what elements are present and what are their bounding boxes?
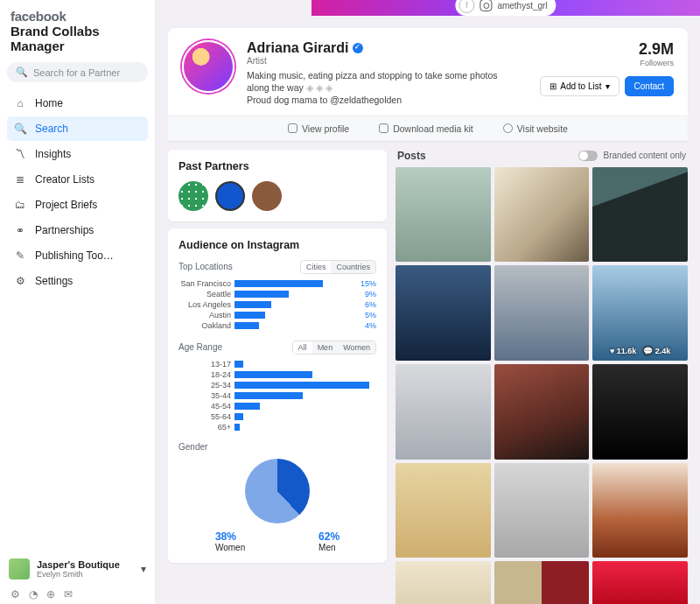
nav-settings[interactable]: ⚙Settings: [7, 269, 148, 293]
profile-bio: Making music, eating pizza and stopping …: [247, 69, 498, 107]
search-icon: 🔍: [14, 123, 26, 135]
nav-creator-lists[interactable]: ≣Creator Lists: [7, 167, 148, 192]
facebook-icon: f: [458, 0, 474, 13]
likes-count: ♥ 11.6k: [610, 347, 636, 355]
partner-logo[interactable]: [252, 181, 282, 211]
list-add-icon: ⊞: [550, 81, 556, 91]
posts-column: Posts Branded content only ♥ 11.6k: [396, 150, 688, 604]
partner-logo[interactable]: [215, 181, 245, 211]
followers-label: Followers: [639, 59, 674, 67]
tab-countries[interactable]: Countries: [331, 261, 375, 273]
visit-website-link[interactable]: Visit website: [503, 123, 568, 134]
tab-all[interactable]: All: [293, 341, 312, 354]
gender-women: 38%Women: [215, 530, 245, 552]
post-tile[interactable]: [494, 463, 590, 558]
home-icon: ⌂: [14, 97, 26, 109]
nav-label: Creator Lists: [35, 173, 94, 186]
bar-row: Seattle 9%: [178, 290, 376, 298]
gender-pct: 62%: [318, 530, 340, 543]
bar-row: San Francisco 15%: [178, 279, 376, 288]
briefcase-icon: 🗂: [14, 199, 26, 211]
post-tile[interactable]: [396, 561, 491, 604]
bio-text: Proud dog mama to @zeldathegolden: [247, 95, 402, 105]
bar-label: 35-44: [178, 391, 234, 400]
bar-pct: 5%: [365, 311, 376, 320]
nav-search[interactable]: 🔍Search: [7, 116, 148, 141]
comments-count: 💬 2.4k: [643, 347, 670, 355]
bell-icon[interactable]: ⊕: [46, 588, 55, 600]
download-media-kit-link[interactable]: Download media kit: [379, 123, 473, 134]
location-tabs[interactable]: Cities Countries: [300, 260, 376, 274]
gender-pct: 38%: [215, 530, 245, 543]
bar-row: 13-17: [178, 360, 376, 369]
nav-project-briefs[interactable]: 🗂Project Briefs: [7, 193, 148, 217]
nav-label: Search: [35, 123, 68, 135]
post-tile[interactable]: ♥ 11.6k 💬 2.4k: [592, 265, 688, 361]
bar-row: 18-24: [178, 370, 376, 379]
age-tabs[interactable]: All Men Women: [292, 341, 376, 355]
post-tile[interactable]: [494, 364, 590, 460]
document-icon: [379, 123, 388, 133]
card-title: Past Partners: [178, 160, 376, 172]
post-tile[interactable]: [396, 167, 491, 263]
view-profile-link[interactable]: View profile: [288, 123, 349, 134]
instagram-icon: [480, 0, 492, 11]
bar-row: Oakland 4%: [178, 321, 376, 330]
contact-button[interactable]: Contact: [625, 76, 674, 96]
post-tile[interactable]: [494, 167, 590, 263]
chevron-down-icon: ▾: [141, 563, 146, 575]
post-tile[interactable]: [396, 364, 491, 460]
section-title: Age Range: [178, 342, 222, 352]
bar-label: Los Angeles: [178, 300, 234, 309]
bar-pct: 4%: [365, 321, 376, 330]
publish-icon: ✎: [14, 249, 26, 262]
post-tile[interactable]: [396, 265, 491, 361]
section-title: Top Locations: [178, 262, 233, 271]
account-avatar: [9, 558, 30, 579]
bar-label: 45-54: [178, 402, 234, 411]
btn-label: Add to List: [560, 81, 601, 91]
gender-chart: [178, 459, 376, 523]
search-input[interactable]: 🔍 Search for a Partner: [7, 62, 148, 82]
past-partners-card: Past Partners: [168, 150, 387, 221]
locations-chart: San Francisco 15% Seattle 9% Los Angeles…: [178, 279, 376, 330]
action-label: Visit website: [517, 123, 568, 134]
top-gradient-bar: f amethyst_grl: [312, 0, 700, 16]
bar-label: 55-64: [178, 412, 234, 421]
account-switcher[interactable]: Jasper's Boutique Evelyn Smith ▾: [7, 553, 148, 585]
nav-home[interactable]: ⌂Home: [7, 91, 148, 116]
brand-wordmark: facebook: [10, 9, 148, 24]
post-tile[interactable]: [494, 561, 590, 604]
sidebar: facebook Brand Collabs Manager 🔍 Search …: [0, 0, 156, 604]
tab-women[interactable]: Women: [338, 341, 375, 354]
bar-row: 25-34: [178, 381, 376, 390]
globe-icon: [503, 123, 513, 133]
action-label: Download media kit: [393, 123, 473, 134]
pie-chart: [245, 459, 310, 523]
analytics-column: Past Partners Audience on Instagram Top …: [168, 150, 387, 604]
gender-men: 62%Men: [318, 530, 340, 552]
nav-publishing[interactable]: ✎Publishing Too…: [7, 243, 148, 268]
tab-men[interactable]: Men: [312, 341, 339, 354]
branded-only-toggle[interactable]: Branded content only: [578, 151, 686, 161]
nav-insights[interactable]: 〽Insights: [7, 142, 148, 166]
post-tile[interactable]: [592, 167, 688, 263]
avatar: [182, 40, 234, 93]
tab-cities[interactable]: Cities: [301, 261, 332, 273]
post-tile[interactable]: [592, 463, 688, 558]
platform-pill[interactable]: f amethyst_grl: [455, 0, 556, 16]
add-to-list-button[interactable]: ⊞ Add to List ▾: [540, 76, 619, 96]
nav-partnerships[interactable]: ⚭Partnerships: [7, 218, 148, 242]
post-tile[interactable]: [494, 265, 590, 361]
post-tile[interactable]: [592, 364, 688, 460]
bar-label: San Francisco: [178, 279, 234, 288]
nav-label: Partnerships: [35, 224, 94, 236]
help-icon[interactable]: ◔: [29, 588, 38, 600]
gender-label: Women: [215, 543, 245, 552]
post-tile[interactable]: [592, 561, 688, 604]
partner-logo[interactable]: [178, 181, 208, 211]
gear-icon[interactable]: ⚙: [10, 588, 20, 600]
inbox-icon[interactable]: ✉: [64, 588, 73, 600]
post-tile[interactable]: [396, 463, 491, 558]
insights-icon: 〽: [14, 148, 26, 160]
